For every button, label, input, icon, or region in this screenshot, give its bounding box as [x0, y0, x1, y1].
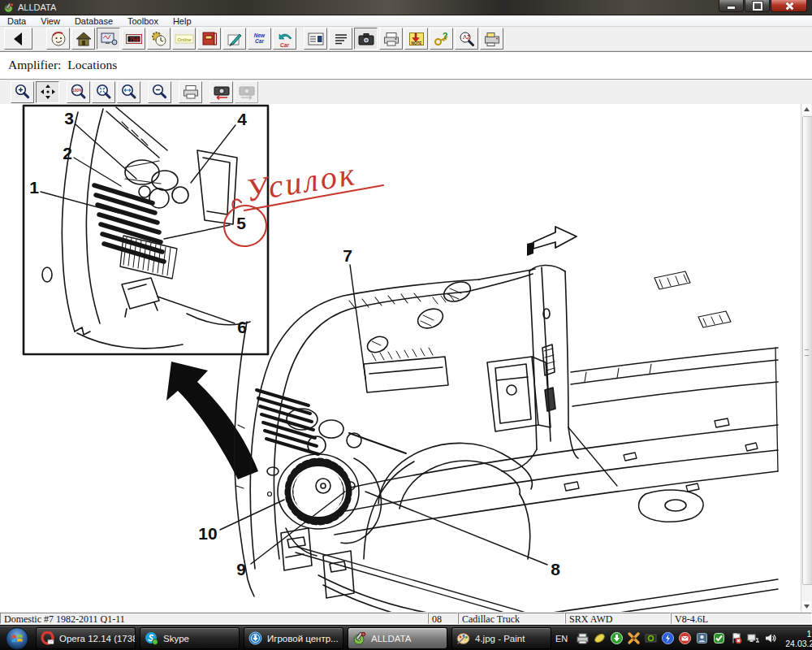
menu-view[interactable]: View	[33, 16, 67, 26]
menu-help[interactable]: Help	[166, 16, 199, 26]
new-car-button[interactable]: New Car	[248, 28, 271, 50]
online-button[interactable]: Online	[172, 28, 196, 50]
camera-prev-icon	[212, 83, 231, 101]
vertical-scrollbar[interactable]	[801, 104, 812, 612]
menu-toolbox[interactable]: Toolbox	[120, 16, 166, 26]
status-make: Cadillac Truck	[458, 613, 565, 624]
main-leader-lines	[220, 265, 547, 565]
taskbar-button-alldata[interactable]: ALLDATA	[348, 627, 447, 649]
callout-1: 1	[29, 178, 39, 197]
skype-icon	[145, 631, 158, 645]
clock-date: 24.03.2015	[785, 639, 812, 648]
fax-icon	[483, 30, 501, 48]
previous-image-button[interactable]	[209, 81, 233, 103]
taskbar-clock[interactable]: 19:41 24.03.2015	[785, 629, 812, 648]
tray-network-icon[interactable]	[746, 631, 760, 645]
print-image-button[interactable]	[179, 81, 202, 103]
book-icon	[201, 30, 218, 48]
svg-text:?: ?	[442, 31, 447, 41]
tray-action-center-icon[interactable]	[729, 631, 743, 645]
menu-database[interactable]: Database	[67, 16, 120, 26]
fit-page-icon	[95, 83, 113, 101]
tray-antivirus-icon[interactable]	[712, 631, 726, 645]
next-image-button[interactable]	[235, 81, 258, 103]
menu-data[interactable]: Data	[0, 16, 33, 26]
tray-download-manager-icon[interactable]	[610, 631, 624, 645]
tray-lemon-icon[interactable]	[593, 631, 607, 645]
tray-volume-icon[interactable]	[763, 631, 777, 645]
svg-text:100%: 100%	[72, 89, 82, 93]
home-button[interactable]	[71, 28, 95, 50]
svg-text:750: 750	[129, 37, 139, 42]
help-button[interactable]: ?	[430, 28, 453, 50]
tray-messenger-icon[interactable]	[695, 631, 709, 645]
tray-x-app-icon[interactable]	[627, 631, 641, 645]
maximize-icon	[753, 2, 762, 11]
note-button[interactable]: NOTE	[404, 28, 428, 50]
maximize-button[interactable]	[745, 0, 770, 12]
scroll-down-button[interactable]	[802, 601, 811, 612]
search-button[interactable]	[455, 28, 478, 50]
callout-8: 8	[551, 560, 560, 578]
main-figure: 7 8 9 10	[198, 227, 778, 612]
scheduler-button[interactable]	[147, 28, 171, 50]
title-bar[interactable]: ALLDATA	[0, 0, 812, 15]
close-icon	[785, 2, 793, 10]
fit-width-button[interactable]	[117, 81, 140, 103]
tray-lightning-icon[interactable]	[661, 631, 675, 645]
zoom-out-icon	[151, 83, 169, 101]
odometer-button[interactable]: 750	[122, 28, 145, 50]
status-engine: V8-4.6L	[671, 613, 812, 624]
taskbar-button-opera[interactable]: Opera 12.14 (1738...	[36, 627, 136, 649]
fax-button[interactable]	[480, 28, 503, 50]
taskbar-button-skype[interactable]: Skype	[140, 627, 240, 649]
previous-car-button[interactable]: Car	[273, 28, 296, 50]
fit-page-button[interactable]	[92, 81, 115, 103]
status-coverage: Domestic #7 1982-2011 Q1-11	[0, 613, 428, 624]
game-center-icon	[248, 631, 262, 645]
text-view-button[interactable]	[329, 28, 352, 50]
scroll-up-button[interactable]	[802, 104, 811, 115]
close-button[interactable]	[771, 0, 807, 12]
taskbar-label: ALLDATA	[371, 634, 411, 644]
zoom-100-button[interactable]: 100%	[67, 81, 90, 103]
parts-list-button[interactable]	[304, 28, 327, 50]
start-button[interactable]	[5, 626, 29, 650]
callout-4: 4	[237, 110, 247, 128]
home-icon	[75, 30, 93, 48]
tray-mail-icon[interactable]	[678, 631, 692, 645]
language-indicator[interactable]: EN	[555, 634, 568, 644]
zoom-out-button[interactable]	[148, 81, 171, 103]
fit-width-icon	[120, 83, 138, 101]
note-icon: NOTE	[408, 30, 425, 48]
back-button[interactable]	[4, 28, 32, 50]
print-button[interactable]	[379, 28, 403, 50]
help-key-icon: ?	[433, 30, 451, 48]
article-header: Amplifier: Locations	[0, 51, 812, 80]
notes-edit-button[interactable]	[222, 28, 246, 50]
toolbar-separator	[297, 28, 303, 49]
taskbar: Opera 12.14 (1738... Skype Игровой центр…	[0, 625, 812, 650]
red-annotation: Усилок	[222, 155, 383, 249]
minimize-button[interactable]	[719, 0, 744, 12]
manuals-button[interactable]	[197, 28, 221, 50]
zoom-in-button[interactable]	[11, 81, 34, 103]
system-tray: EN	[555, 629, 812, 648]
diagnostics-button[interactable]	[97, 28, 120, 50]
scrollbar-thumb[interactable]	[802, 116, 812, 585]
image-viewport[interactable]: 1 2 3 4 5 6 Усилок	[0, 104, 812, 612]
desktop: ALLDATA Data View Database Toolbox Help	[0, 0, 812, 650]
pan-tool-button[interactable]	[36, 81, 59, 103]
taskbar-button-paint[interactable]: 4.jpg - Paint	[451, 627, 551, 649]
diagram-canvas[interactable]: 1 2 3 4 5 6 Усилок	[0, 104, 802, 612]
status-bar: Domestic #7 1982-2011 Q1-11 08 Cadillac …	[0, 612, 812, 625]
taskbar-button-gamecenter[interactable]: Игровой центр...	[244, 627, 343, 649]
image-view-button[interactable]	[354, 28, 378, 50]
text-lines-icon	[332, 30, 350, 48]
tray-printer-icon[interactable]	[576, 631, 590, 645]
assistant-button[interactable]	[46, 28, 70, 50]
monitor-icon	[100, 30, 118, 48]
search-icon	[458, 30, 476, 48]
callout-3: 3	[64, 109, 74, 128]
tray-graphics-icon[interactable]	[644, 631, 658, 645]
